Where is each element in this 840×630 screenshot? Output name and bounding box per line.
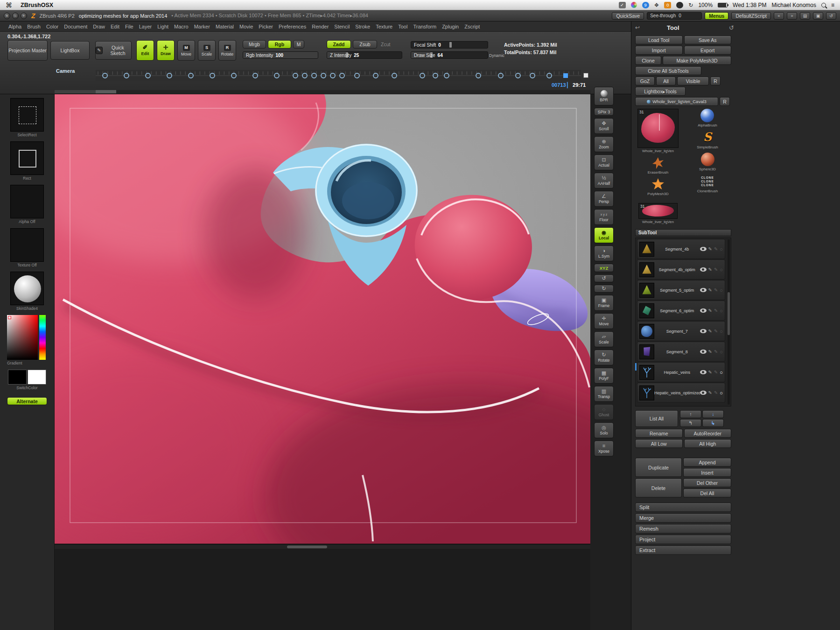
menu-item[interactable]: Texture bbox=[373, 23, 395, 30]
tool-slot[interactable]: CLONE CLONE CLONE ClonerBrush bbox=[697, 175, 718, 196]
rotate-mode-button[interactable]: R Rotate bbox=[218, 40, 236, 61]
slider-handle[interactable] bbox=[449, 42, 452, 48]
default-zscript-button[interactable]: DefaultZScript bbox=[731, 12, 771, 20]
solo-button[interactable]: ◎Solo bbox=[594, 422, 614, 438]
tool-slot[interactable]: EraserBrush bbox=[648, 156, 668, 178]
eye-icon[interactable] bbox=[700, 247, 707, 251]
polypaint-icon[interactable]: ✎ bbox=[708, 329, 712, 334]
xpose-button[interactable]: ≡Xpose bbox=[594, 441, 614, 456]
restore-tool-button[interactable]: R bbox=[720, 97, 730, 106]
menu-item[interactable]: Zscript bbox=[462, 23, 483, 30]
undo-history-icon[interactable]: ↺ bbox=[826, 12, 836, 20]
polypaint-icon[interactable]: ✎ bbox=[708, 308, 712, 313]
alpha-picker[interactable]: Alpha Off bbox=[10, 185, 44, 224]
menu-item[interactable]: Light bbox=[154, 23, 171, 30]
lsym-button[interactable]: ◑L.Sym bbox=[594, 245, 614, 261]
rgb-intensity-slider[interactable]: Rgb Intensity 100 bbox=[243, 51, 318, 59]
transp-button[interactable]: ▥Transp bbox=[594, 386, 614, 402]
subtool-move-down-button[interactable]: ↳ bbox=[702, 419, 724, 427]
menu-item[interactable]: Preferences bbox=[276, 23, 309, 30]
orange-badge-icon[interactable]: 0 bbox=[664, 2, 671, 8]
render-icon[interactable]: ○ bbox=[720, 246, 723, 252]
move-mode-button[interactable]: M Move bbox=[177, 40, 195, 61]
dark-status-icon[interactable] bbox=[676, 2, 683, 8]
render-icon[interactable]: ○ bbox=[720, 308, 723, 314]
checkmark-status-icon[interactable]: ✓ bbox=[619, 2, 626, 8]
minimize-window-icon[interactable]: – bbox=[12, 13, 19, 19]
subtool-section-header[interactable]: SubTool bbox=[635, 229, 731, 236]
alpha-thumbnail[interactable] bbox=[10, 185, 44, 218]
notification-badge-icon[interactable]: 9 bbox=[642, 2, 649, 8]
alternate-button[interactable]: Alternate bbox=[7, 397, 47, 405]
saturation-value-square[interactable] bbox=[7, 315, 38, 360]
timeline-end-marker[interactable] bbox=[583, 73, 588, 78]
polypaint-icon[interactable]: ✎ bbox=[708, 370, 712, 375]
export-button[interactable]: Export bbox=[684, 46, 732, 55]
focal-shift-slider[interactable]: Focal Shift 0 bbox=[411, 41, 488, 49]
xyz-button[interactable]: XYZ bbox=[594, 264, 614, 272]
menubar-user[interactable]: Michael Konomos bbox=[772, 2, 816, 8]
ghost-button[interactable]: ◌Ghost bbox=[594, 404, 614, 420]
texture-picker[interactable]: Texture Off bbox=[10, 228, 44, 267]
save-as-button[interactable]: Save As bbox=[684, 35, 732, 44]
render-icon[interactable]: ○ bbox=[720, 287, 723, 293]
scale-view-button[interactable]: ▱Scale bbox=[594, 331, 614, 347]
render-icon[interactable]: ○ bbox=[720, 329, 723, 334]
stroke-picker[interactable]: SelectRect bbox=[10, 98, 44, 137]
active-tool-thumbnail[interactable]: 31 bbox=[637, 109, 679, 148]
rename-button[interactable]: Rename bbox=[635, 429, 683, 438]
alpha-shape-picker[interactable]: Rect bbox=[10, 141, 44, 181]
subtool-down-button[interactable]: ↓ bbox=[702, 410, 724, 418]
render-icon[interactable]: ○ bbox=[720, 390, 723, 396]
all-high-button[interactable]: All High bbox=[684, 439, 732, 448]
gradient-label[interactable]: Gradient bbox=[7, 361, 47, 365]
frame-button[interactable]: ▣Frame bbox=[594, 295, 614, 311]
scale-mode-button[interactable]: S Scale bbox=[198, 40, 216, 61]
menus-button[interactable]: Menus bbox=[705, 12, 728, 20]
apple-menu-icon[interactable]: ⌘ bbox=[6, 1, 12, 9]
quick-sketch-button[interactable]: ✎ Quick Sketch bbox=[95, 41, 132, 60]
menu-item[interactable]: Edit bbox=[108, 23, 122, 30]
eye-icon[interactable] bbox=[700, 308, 707, 313]
draw-size-slider[interactable]: Draw Size 64 bbox=[411, 51, 488, 59]
subtool-row[interactable]: Segment_7 ✎✎○ bbox=[637, 321, 725, 341]
eye-icon[interactable] bbox=[700, 329, 707, 333]
polypaint-icon[interactable]: ✎ bbox=[708, 287, 712, 293]
uv-icon[interactable]: ✎ bbox=[714, 329, 718, 334]
switch-color[interactable]: SwitchColor bbox=[8, 370, 46, 390]
lightbox-button[interactable]: LightBox bbox=[50, 41, 90, 60]
menu-item[interactable]: Brush bbox=[24, 23, 43, 30]
uv-icon[interactable]: ✎ bbox=[714, 349, 718, 354]
color-picker[interactable]: Gradient bbox=[7, 315, 47, 365]
actual-button[interactable]: ⊡Actual bbox=[594, 154, 614, 170]
spix-slider[interactable]: SPix 3 bbox=[594, 108, 614, 116]
list-all-button[interactable]: List All bbox=[635, 410, 678, 427]
m-button[interactable]: M bbox=[293, 40, 304, 49]
zoom-button[interactable]: ⊕Zoom bbox=[594, 136, 614, 152]
quicksave-button[interactable]: QuickSave bbox=[612, 12, 644, 20]
floor-button[interactable]: x y zFloor bbox=[594, 209, 614, 225]
uv-icon[interactable]: ✎ bbox=[714, 308, 718, 313]
import-button[interactable]: Import bbox=[635, 46, 683, 55]
eye-icon[interactable] bbox=[700, 391, 707, 395]
goz-all-button[interactable]: All bbox=[656, 77, 676, 85]
subtool-row[interactable]: Hepatic_veins ✎✎○ bbox=[637, 362, 725, 382]
copy-doc-icon[interactable]: ▤ bbox=[800, 12, 810, 20]
draw-mode-button[interactable]: ✛ Draw bbox=[157, 40, 175, 61]
goz-visible-button[interactable]: Visible bbox=[677, 77, 709, 85]
main-color-swatch[interactable] bbox=[8, 370, 27, 385]
menu-item[interactable]: Tool bbox=[395, 23, 410, 30]
recent-tool-thumbnail[interactable]: 31 bbox=[638, 203, 678, 219]
rotate-view-button[interactable]: ↻Rotate bbox=[594, 350, 614, 365]
viewport-3d[interactable] bbox=[55, 94, 590, 544]
duplicate-button[interactable]: Duplicate bbox=[635, 458, 682, 477]
notification-center-icon[interactable]: ≡ bbox=[831, 2, 834, 8]
menu-item[interactable]: Stroke bbox=[352, 23, 373, 30]
tool-slot[interactable]: PolyMesh3D bbox=[647, 178, 668, 199]
scroll-button[interactable]: ✥Scroll bbox=[594, 118, 614, 134]
all-low-button[interactable]: All Low bbox=[635, 439, 683, 448]
clone-all-subtools-button[interactable]: Clone All SubTools bbox=[635, 66, 701, 75]
app-menu-title[interactable]: ZBrushOSX bbox=[21, 2, 53, 8]
spin-right-button[interactable]: ↻ bbox=[594, 285, 614, 293]
merge-section-header[interactable]: Merge bbox=[635, 513, 731, 523]
